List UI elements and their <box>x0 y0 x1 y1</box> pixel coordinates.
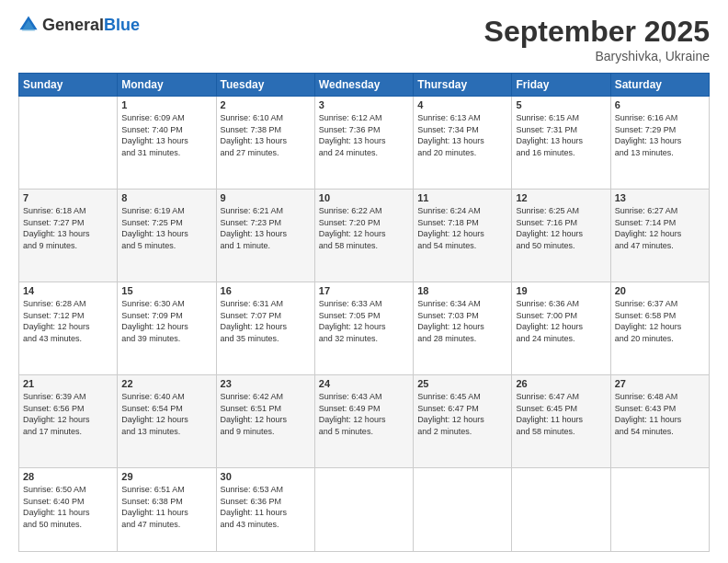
day-number: 25 <box>417 378 507 389</box>
col-wednesday: Wednesday <box>314 74 413 97</box>
calendar-cell <box>610 468 709 552</box>
day-number: 26 <box>516 378 606 389</box>
cell-content: Sunrise: 6:28 AMSunset: 7:12 PMDaylight:… <box>23 298 113 344</box>
cell-content: Sunrise: 6:16 AMSunset: 7:29 PMDaylight:… <box>615 112 705 158</box>
calendar-header-row: Sunday Monday Tuesday Wednesday Thursday… <box>19 74 710 97</box>
day-number: 6 <box>615 99 705 110</box>
day-number: 2 <box>221 99 311 110</box>
page: GeneralBlue September 2025 Baryshivka, U… <box>0 0 728 563</box>
day-number: 16 <box>221 285 311 296</box>
calendar-cell: 22Sunrise: 6:40 AMSunset: 6:54 PMDayligh… <box>118 375 216 468</box>
cell-content: Sunrise: 6:39 AMSunset: 6:56 PMDaylight:… <box>23 391 113 437</box>
day-number: 11 <box>417 192 507 203</box>
calendar-cell: 21Sunrise: 6:39 AMSunset: 6:56 PMDayligh… <box>19 375 118 468</box>
cell-content: Sunrise: 6:12 AMSunset: 7:36 PMDaylight:… <box>319 112 409 158</box>
day-number: 19 <box>516 285 606 296</box>
calendar-cell: 27Sunrise: 6:48 AMSunset: 6:43 PMDayligh… <box>610 375 709 468</box>
cell-content: Sunrise: 6:34 AMSunset: 7:03 PMDaylight:… <box>417 298 507 344</box>
day-number: 17 <box>319 285 409 296</box>
calendar-cell: 17Sunrise: 6:33 AMSunset: 7:05 PMDayligh… <box>314 282 413 375</box>
day-number: 3 <box>319 99 409 110</box>
calendar-table: Sunday Monday Tuesday Wednesday Thursday… <box>18 73 710 552</box>
calendar-cell <box>314 468 413 552</box>
day-number: 9 <box>221 192 311 203</box>
header: GeneralBlue September 2025 Baryshivka, U… <box>18 15 710 63</box>
day-number: 5 <box>516 99 606 110</box>
calendar-cell: 7Sunrise: 6:18 AMSunset: 7:27 PMDaylight… <box>19 190 118 282</box>
logo: GeneralBlue <box>18 15 140 35</box>
cell-content: Sunrise: 6:37 AMSunset: 6:58 PMDaylight:… <box>615 298 705 344</box>
cell-content: Sunrise: 6:43 AMSunset: 6:49 PMDaylight:… <box>319 391 409 437</box>
col-sunday: Sunday <box>19 74 118 97</box>
cell-content: Sunrise: 6:24 AMSunset: 7:18 PMDaylight:… <box>417 205 507 251</box>
col-thursday: Thursday <box>414 74 512 97</box>
cell-content: Sunrise: 6:40 AMSunset: 6:54 PMDaylight:… <box>121 391 211 437</box>
day-number: 20 <box>615 285 705 296</box>
day-number: 27 <box>615 378 705 389</box>
calendar-cell: 18Sunrise: 6:34 AMSunset: 7:03 PMDayligh… <box>414 282 512 375</box>
col-saturday: Saturday <box>610 74 709 97</box>
calendar-cell: 20Sunrise: 6:37 AMSunset: 6:58 PMDayligh… <box>610 282 709 375</box>
calendar-cell: 12Sunrise: 6:25 AMSunset: 7:16 PMDayligh… <box>512 190 610 282</box>
location: Baryshivka, Ukraine <box>484 49 710 63</box>
calendar-cell <box>512 468 610 552</box>
cell-content: Sunrise: 6:18 AMSunset: 7:27 PMDaylight:… <box>23 205 113 251</box>
day-number: 23 <box>221 378 311 389</box>
day-number: 1 <box>121 99 211 110</box>
cell-content: Sunrise: 6:36 AMSunset: 7:00 PMDaylight:… <box>516 298 606 344</box>
cell-content: Sunrise: 6:21 AMSunset: 7:23 PMDaylight:… <box>221 205 311 251</box>
cell-content: Sunrise: 6:10 AMSunset: 7:38 PMDaylight:… <box>221 112 311 158</box>
cell-content: Sunrise: 6:51 AMSunset: 6:38 PMDaylight:… <box>121 484 211 530</box>
calendar-cell: 29Sunrise: 6:51 AMSunset: 6:38 PMDayligh… <box>118 468 216 552</box>
day-number: 22 <box>121 378 211 389</box>
cell-content: Sunrise: 6:13 AMSunset: 7:34 PMDaylight:… <box>417 112 507 158</box>
month-title: September 2025 <box>484 15 710 49</box>
day-number: 12 <box>516 192 606 203</box>
cell-content: Sunrise: 6:22 AMSunset: 7:20 PMDaylight:… <box>319 205 409 251</box>
day-number: 28 <box>23 471 113 482</box>
day-number: 15 <box>121 285 211 296</box>
cell-content: Sunrise: 6:09 AMSunset: 7:40 PMDaylight:… <box>121 112 211 158</box>
calendar-cell: 1Sunrise: 6:09 AMSunset: 7:40 PMDaylight… <box>118 97 216 190</box>
calendar-cell: 16Sunrise: 6:31 AMSunset: 7:07 PMDayligh… <box>216 282 314 375</box>
day-number: 13 <box>615 192 705 203</box>
logo-icon <box>18 15 39 35</box>
cell-content: Sunrise: 6:50 AMSunset: 6:40 PMDaylight:… <box>23 484 113 530</box>
calendar-cell: 23Sunrise: 6:42 AMSunset: 6:51 PMDayligh… <box>216 375 314 468</box>
cell-content: Sunrise: 6:48 AMSunset: 6:43 PMDaylight:… <box>615 391 705 437</box>
day-number: 29 <box>121 471 211 482</box>
calendar-cell: 11Sunrise: 6:24 AMSunset: 7:18 PMDayligh… <box>414 190 512 282</box>
day-number: 24 <box>319 378 409 389</box>
cell-content: Sunrise: 6:42 AMSunset: 6:51 PMDaylight:… <box>221 391 311 437</box>
title-area: September 2025 Baryshivka, Ukraine <box>484 15 710 63</box>
calendar-cell: 4Sunrise: 6:13 AMSunset: 7:34 PMDaylight… <box>414 97 512 190</box>
col-friday: Friday <box>512 74 610 97</box>
calendar-cell <box>19 97 118 190</box>
calendar-cell: 14Sunrise: 6:28 AMSunset: 7:12 PMDayligh… <box>19 282 118 375</box>
calendar-cell: 24Sunrise: 6:43 AMSunset: 6:49 PMDayligh… <box>314 375 413 468</box>
day-number: 8 <box>121 192 211 203</box>
day-number: 21 <box>23 378 113 389</box>
cell-content: Sunrise: 6:25 AMSunset: 7:16 PMDaylight:… <box>516 205 606 251</box>
calendar-cell: 26Sunrise: 6:47 AMSunset: 6:45 PMDayligh… <box>512 375 610 468</box>
day-number: 14 <box>23 285 113 296</box>
calendar-cell: 19Sunrise: 6:36 AMSunset: 7:00 PMDayligh… <box>512 282 610 375</box>
cell-content: Sunrise: 6:19 AMSunset: 7:25 PMDaylight:… <box>121 205 211 251</box>
cell-content: Sunrise: 6:45 AMSunset: 6:47 PMDaylight:… <box>417 391 507 437</box>
calendar-cell: 10Sunrise: 6:22 AMSunset: 7:20 PMDayligh… <box>314 190 413 282</box>
day-number: 18 <box>417 285 507 296</box>
cell-content: Sunrise: 6:47 AMSunset: 6:45 PMDaylight:… <box>516 391 606 437</box>
calendar-cell: 13Sunrise: 6:27 AMSunset: 7:14 PMDayligh… <box>610 190 709 282</box>
cell-content: Sunrise: 6:30 AMSunset: 7:09 PMDaylight:… <box>121 298 211 344</box>
col-tuesday: Tuesday <box>216 74 314 97</box>
calendar-cell: 2Sunrise: 6:10 AMSunset: 7:38 PMDaylight… <box>216 97 314 190</box>
day-number: 4 <box>417 99 507 110</box>
cell-content: Sunrise: 6:33 AMSunset: 7:05 PMDaylight:… <box>319 298 409 344</box>
cell-content: Sunrise: 6:27 AMSunset: 7:14 PMDaylight:… <box>615 205 705 251</box>
day-number: 10 <box>319 192 409 203</box>
cell-content: Sunrise: 6:15 AMSunset: 7:31 PMDaylight:… <box>516 112 606 158</box>
cell-content: Sunrise: 6:53 AMSunset: 6:36 PMDaylight:… <box>221 484 311 530</box>
calendar-cell: 5Sunrise: 6:15 AMSunset: 7:31 PMDaylight… <box>512 97 610 190</box>
calendar-cell <box>414 468 512 552</box>
calendar-cell: 9Sunrise: 6:21 AMSunset: 7:23 PMDaylight… <box>216 190 314 282</box>
